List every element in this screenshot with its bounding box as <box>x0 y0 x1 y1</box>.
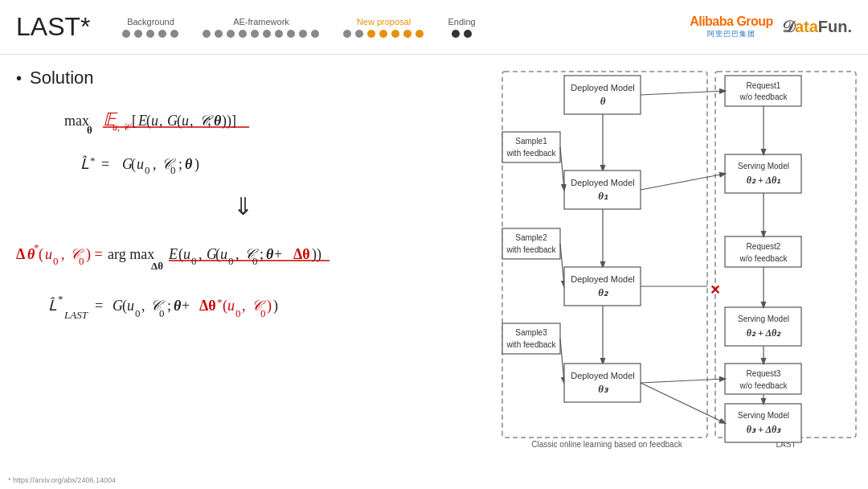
dot <box>170 30 178 38</box>
svg-text:L̂: L̂ <box>48 297 57 314</box>
svg-line-105 <box>560 244 564 286</box>
svg-text:=: = <box>95 298 103 314</box>
svg-text:0: 0 <box>135 307 141 319</box>
dot <box>452 30 460 38</box>
svg-text:,: , <box>159 113 163 129</box>
svg-text:+: + <box>274 246 282 262</box>
bullet-point: • <box>16 69 22 88</box>
svg-text:Serving Model: Serving Model <box>738 314 789 323</box>
svg-text:w/o feedback: w/o feedback <box>739 254 788 263</box>
diagram-svg: Classic online learning based on feedbac… <box>498 68 860 454</box>
dot <box>403 30 411 38</box>
nav-ending: Ending <box>448 17 475 38</box>
dot <box>311 30 319 38</box>
svg-text:θ: θ <box>214 113 222 129</box>
dot <box>343 30 351 38</box>
equation-3: Δ θ * ( u 0 , 𝒞 0 ) = arg max Δθ E ( u 0… <box>16 231 474 275</box>
svg-line-120 <box>641 91 725 95</box>
svg-text:𝒞: 𝒞 <box>199 113 214 129</box>
equation-3-svg: Δ θ * ( u 0 , 𝒞 0 ) = arg max Δθ E ( u 0… <box>16 231 466 275</box>
down-arrow-svg: ⇓ <box>229 191 261 220</box>
svg-text:0: 0 <box>170 164 176 176</box>
svg-text:) =: ) = <box>86 246 103 263</box>
dot <box>215 30 223 38</box>
svg-line-100 <box>560 147 564 190</box>
svg-text:u: u <box>45 246 52 262</box>
svg-text:u: u <box>151 113 158 129</box>
svg-text:✕: ✕ <box>710 283 720 297</box>
svg-text:+: + <box>182 298 190 314</box>
svg-text:): ) <box>273 298 278 314</box>
svg-text:): ) <box>194 156 199 173</box>
right-panel: Classic online learning based on feedbac… <box>498 68 860 452</box>
nav-new-proposal-dots <box>343 30 424 38</box>
left-panel: • Solution max θ 𝔼 u, 𝒞 [ E ( u , G ( u … <box>16 68 482 452</box>
equation-4: L̂ * LAST = G ( u 0 , 𝒞 0 ; θ + Δθ * ( u… <box>16 285 474 325</box>
dot <box>239 30 247 38</box>
dot <box>367 30 375 38</box>
nav-background-dots <box>122 30 178 38</box>
svg-text:;: ; <box>207 113 211 129</box>
svg-text:Request3: Request3 <box>747 369 781 378</box>
nav-new-proposal: New proposal <box>343 17 424 38</box>
svg-text:θ: θ <box>174 298 182 314</box>
svg-text:0: 0 <box>159 307 165 319</box>
svg-text:[: [ <box>132 113 137 129</box>
dot <box>299 30 307 38</box>
svg-line-145 <box>641 379 725 383</box>
svg-text:,: , <box>199 246 203 262</box>
svg-text:u: u <box>220 246 227 262</box>
svg-text:,: , <box>153 156 157 172</box>
svg-text:LAST: LAST <box>63 309 88 321</box>
svg-text:with feedback: with feedback <box>506 149 556 158</box>
svg-text:E: E <box>168 246 178 262</box>
nav-background-label: Background <box>127 17 174 27</box>
svg-text:0: 0 <box>235 307 241 319</box>
svg-text:(: ( <box>131 156 136 173</box>
logos: Alibaba Group 阿里巴巴集团 𝒟ataFun. <box>690 14 852 39</box>
svg-text:,: , <box>235 246 240 262</box>
nav-new-proposal-label: New proposal <box>357 17 411 27</box>
svg-text:Deployed Model: Deployed Model <box>571 178 635 187</box>
svg-text:θ: θ <box>600 95 606 107</box>
svg-text:Δθ: Δθ <box>151 260 163 272</box>
datafun-ata: ata <box>795 18 818 35</box>
svg-text:Sample2: Sample2 <box>515 233 547 242</box>
svg-text:,: , <box>61 246 65 262</box>
nav-ending-dots <box>452 30 472 38</box>
svg-text:θ: θ <box>266 246 274 262</box>
svg-rect-130 <box>725 307 801 346</box>
equation-2-svg: L̂ * = G ( u 0 , 𝒞 0 ; θ ) <box>80 146 321 183</box>
svg-text:,: , <box>141 298 145 314</box>
svg-text:θ₂ + Δθ₂: θ₂ + Δθ₂ <box>747 327 781 339</box>
alibaba-name: Alibaba Group <box>690 14 773 29</box>
svg-text:Δθ: Δθ <box>199 298 216 314</box>
svg-text:u: u <box>127 298 134 314</box>
svg-text:θ: θ <box>87 124 92 136</box>
solution-heading: Solution <box>30 68 94 88</box>
nav-ae-framework: AE-framework <box>203 17 319 38</box>
svg-text:;: ; <box>167 298 171 314</box>
svg-text:Serving Model: Serving Model <box>738 162 789 171</box>
svg-text:*: * <box>217 296 223 308</box>
main-content: • Solution max θ 𝔼 u, 𝒞 [ E ( u , G ( u … <box>0 55 868 465</box>
svg-text:Deployed Model: Deployed Model <box>571 371 635 380</box>
svg-text:Request2: Request2 <box>747 242 781 251</box>
svg-text:θ₃: θ₃ <box>598 383 609 395</box>
svg-rect-117 <box>725 76 801 106</box>
svg-text:with feedback: with feedback <box>506 245 556 254</box>
dot <box>251 30 259 38</box>
header: LAST* Background AE-framework <box>0 0 868 55</box>
svg-text:0: 0 <box>53 255 59 267</box>
svg-text:u: u <box>182 113 189 129</box>
svg-text:,: , <box>242 298 246 314</box>
svg-text:u: u <box>183 246 190 262</box>
svg-text:0: 0 <box>79 255 84 267</box>
svg-text:Deployed Model: Deployed Model <box>571 83 635 92</box>
svg-text:max: max <box>64 113 89 129</box>
svg-text:;: ; <box>178 156 182 172</box>
nav-ae-label: AE-framework <box>233 17 289 27</box>
svg-line-113 <box>560 339 564 383</box>
svg-text:*: * <box>58 293 63 305</box>
dot <box>379 30 387 38</box>
